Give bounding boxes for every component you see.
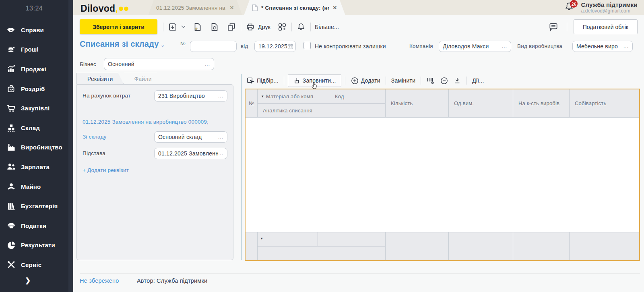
save-and-close-button[interactable]: Зберегти і закрити bbox=[80, 19, 157, 34]
add-row-button[interactable]: Додати bbox=[349, 77, 382, 85]
pick-selection-icon bbox=[246, 77, 255, 85]
app-window: 13:24 Справи Гроші Продажі Роздріб Закуп… bbox=[0, 0, 644, 292]
sidebar-item-maino[interactable]: Майно bbox=[0, 177, 69, 197]
sidebar-item-rezultaty[interactable]: Результати bbox=[0, 236, 69, 255]
copy-icon[interactable] bbox=[225, 20, 238, 34]
filter-caret-icon[interactable]: ▾ bbox=[261, 236, 263, 240]
tab-files[interactable]: Файли bbox=[124, 73, 162, 84]
grid-toolbar-separator bbox=[421, 77, 421, 85]
field-picker-ellipsis[interactable]: ... bbox=[205, 61, 210, 67]
production-type-field[interactable]: Мебельне виро... bbox=[572, 41, 633, 52]
replace-button[interactable]: Замінити bbox=[390, 77, 417, 84]
column-header-per-qty[interactable]: На к-сть виробів bbox=[513, 89, 570, 117]
production-order-link[interactable]: 01.12.2025 Замовлення на виробництво 000… bbox=[83, 119, 208, 125]
company-field[interactable]: Діловодов Макси... bbox=[439, 41, 511, 52]
field-picker-ellipsis[interactable]: ... bbox=[218, 151, 223, 156]
chevron-down-icon[interactable] bbox=[180, 20, 187, 34]
field-picker-ellipsis[interactable]: ... bbox=[218, 134, 223, 140]
handshake-icon bbox=[5, 25, 17, 35]
save-icon[interactable] bbox=[166, 20, 180, 34]
from-warehouse-label[interactable]: Зі складу bbox=[83, 134, 107, 140]
tax-accounting-button[interactable]: Податковий облік bbox=[574, 19, 638, 34]
barcode-star-icon bbox=[426, 76, 435, 85]
sidebar-item-rozdrib[interactable]: Роздріб bbox=[0, 79, 69, 99]
notifications-bell[interactable]: 26 bbox=[564, 1, 576, 14]
reminder-bell-icon[interactable] bbox=[294, 20, 308, 34]
sidebar-item-hroshi[interactable]: Гроші bbox=[0, 40, 69, 60]
column-header-num[interactable]: № bbox=[246, 89, 258, 117]
printer-icon bbox=[244, 20, 257, 34]
sidebar-item-zakupivli[interactable]: Закупівлі bbox=[0, 98, 69, 118]
sidebar-item-vyrobnytstvo[interactable]: Виробництво bbox=[0, 138, 69, 157]
field-picker-ellipsis[interactable]: ... bbox=[623, 43, 629, 49]
document-title[interactable]: Списання зі складу⌄ bbox=[80, 39, 165, 49]
tab-close-icon[interactable]: ✕ bbox=[332, 4, 337, 11]
barcode-button[interactable] bbox=[425, 76, 437, 85]
calendar-icon[interactable] bbox=[287, 43, 293, 50]
sidebar-item-spravy[interactable]: Справи bbox=[0, 20, 69, 40]
plus-circle-icon bbox=[351, 77, 359, 85]
column-header-cost[interactable]: Собівартість bbox=[570, 89, 639, 117]
column-header-unit[interactable]: Од.вим. bbox=[449, 89, 513, 117]
column-header-qty[interactable]: Кількість bbox=[386, 89, 449, 117]
expense-account-label: На рахунок витрат bbox=[83, 93, 130, 99]
footer-subcell bbox=[258, 246, 385, 260]
expense-account-field[interactable]: 231 Виробництво... bbox=[154, 90, 227, 101]
people-icon bbox=[5, 162, 17, 172]
move-down-button[interactable] bbox=[452, 77, 463, 85]
sidebar-item-servis[interactable]: Сервіс bbox=[0, 255, 69, 275]
retail-bag-icon bbox=[5, 84, 17, 93]
pick-button[interactable]: Підбір... bbox=[245, 77, 280, 85]
field-picker-ellipsis[interactable]: ... bbox=[218, 93, 223, 99]
table-header: № ▾ Матеріал або комп. Код Аналітика спи… bbox=[246, 89, 639, 118]
business-label: Бізнес bbox=[80, 61, 96, 67]
field-picker-ellipsis[interactable]: ... bbox=[502, 43, 507, 49]
remove-row-button[interactable] bbox=[438, 77, 450, 85]
user-box[interactable]: 26 Служба підтримки a.delovod@gmail.com bbox=[564, 1, 638, 14]
tab-order-document[interactable]: 01.12.2025 Замовлення на виро ✕ bbox=[148, 0, 242, 15]
column-header-material[interactable]: Матеріал або комп. bbox=[266, 93, 315, 99]
fill-button[interactable]: Заповнити... bbox=[288, 75, 341, 87]
more-button[interactable]: Більше... bbox=[315, 24, 339, 30]
tab-close-icon[interactable]: ✕ bbox=[229, 4, 234, 11]
document-toolbar: Зберегти і закрити Друк Більше... Податк… bbox=[73, 15, 644, 38]
column-header-code[interactable]: Код bbox=[335, 93, 344, 99]
column-header-material-group[interactable]: ▾ Матеріал або комп. Код Аналітика списа… bbox=[258, 89, 386, 117]
dashboard-add-icon[interactable] bbox=[275, 20, 289, 34]
sidebar-expand-chevron[interactable]: ❯ bbox=[25, 276, 31, 285]
items-grid-area: Підбір... Заповнити... Додати Замінити bbox=[245, 74, 640, 261]
sales-chart-icon bbox=[5, 64, 17, 74]
expense-account-row: На рахунок витрат 231 Виробництво... bbox=[83, 93, 227, 99]
print-button[interactable]: Друк bbox=[244, 20, 270, 34]
business-field[interactable]: Основний... bbox=[104, 58, 214, 70]
panel-splitter[interactable] bbox=[242, 74, 242, 260]
sidebar-item-podatky[interactable]: Податки bbox=[0, 216, 69, 236]
favorite-document-icon[interactable] bbox=[191, 20, 204, 34]
sidebar-item-bukhhalteriia[interactable]: Бухгалтерія bbox=[0, 196, 69, 216]
sidebar-item-prodazhi[interactable]: Продажі bbox=[0, 59, 69, 79]
sidebar-nav: Справи Гроші Продажі Роздріб Закупівлі С… bbox=[0, 20, 69, 275]
add-requisite-link[interactable]: + Додати реквізит bbox=[83, 167, 129, 173]
sidebar-item-zarplata[interactable]: Зарплата bbox=[0, 157, 69, 177]
unsaved-status-link[interactable]: Не збережено bbox=[80, 278, 119, 284]
column-header-analytics[interactable]: Аналітика списання bbox=[263, 108, 312, 114]
tax-cap-icon bbox=[5, 221, 17, 230]
number-input[interactable] bbox=[190, 41, 237, 52]
tab-requisites[interactable]: Реквізити bbox=[76, 73, 124, 84]
sidebar-item-sklad[interactable]: Склад bbox=[0, 118, 69, 138]
basis-field[interactable]: 01.12.2025 Замовлення н... bbox=[154, 148, 227, 159]
clock: 13:24 bbox=[0, 5, 68, 12]
from-warehouse-field[interactable]: Основний склад... bbox=[154, 131, 227, 143]
dilovod-logo[interactable]: Dilovod,●● bbox=[80, 2, 128, 14]
actions-button[interactable]: Дії... bbox=[471, 77, 485, 84]
document-header-row: Списання зі складу⌄ № від 19.12.2025 Не … bbox=[73, 38, 644, 54]
footer-cell-num bbox=[246, 232, 258, 260]
attachment-document-icon[interactable] bbox=[208, 20, 221, 34]
comments-icon[interactable] bbox=[547, 20, 560, 34]
tab-writeoff-document[interactable]: * Списання зі складу: (новий) ✕ bbox=[244, 0, 345, 15]
date-input[interactable]: 19.12.2025 bbox=[254, 41, 296, 52]
column-dropdown-caret-icon[interactable]: ▾ bbox=[262, 94, 264, 98]
property-icon bbox=[5, 182, 17, 191]
table-body-empty[interactable] bbox=[246, 118, 639, 232]
no-stock-control-checkbox[interactable] bbox=[303, 42, 311, 49]
